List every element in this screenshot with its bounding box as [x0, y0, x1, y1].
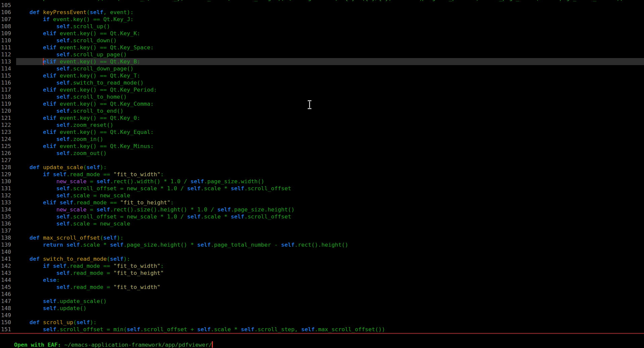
- line-number: 116: [0, 79, 16, 86]
- line-number: 112: [0, 51, 16, 58]
- code-line[interactable]: 126 self.zoom_out(): [0, 150, 644, 157]
- code-line[interactable]: 134 new_scale = self.rect().size().heigh…: [0, 206, 644, 213]
- line-number: 129: [0, 171, 16, 178]
- line-number: 118: [0, 93, 16, 100]
- code-line[interactable]: 122 self.zoom_reset(): [0, 121, 644, 129]
- code-text: self.zoom_reset(): [16, 121, 644, 129]
- code-text: self.read_mode = "fit_to_height": [16, 269, 644, 277]
- code-text: elif event.key() == Qt.Key_T:: [16, 72, 644, 79]
- line-number: 108: [0, 23, 16, 30]
- line-number: 106: [0, 9, 16, 16]
- code-text: [16, 157, 644, 164]
- code-line[interactable]: 121 elif event.key() == Qt.Key_0:: [0, 114, 644, 121]
- code-line[interactable]: 105: [0, 2, 644, 9]
- minibuffer-input[interactable]: ~/emacs-application-framework/app/pdfvie…: [64, 342, 212, 348]
- code-text: self.scroll_up(): [16, 23, 644, 30]
- line-number: 120: [0, 107, 16, 114]
- line-number: 115: [0, 72, 16, 79]
- code-line[interactable]: 140: [0, 248, 644, 255]
- line-number: 133: [0, 199, 16, 206]
- line-number: 147: [0, 298, 16, 305]
- code-line[interactable]: 143 self.read_mode = "fit_to_height": [0, 269, 644, 277]
- code-line[interactable]: 148 self.update(): [0, 305, 644, 312]
- code-line[interactable]: 123 elif event.key() == Qt.Key_Equal:: [0, 129, 644, 136]
- code-line[interactable]: 136 self.scale = new_scale: [0, 220, 644, 227]
- code-text: self.update_scale(): [16, 298, 644, 305]
- code-line[interactable]: 149: [0, 312, 644, 319]
- line-number: 114: [0, 65, 16, 72]
- code-text: elif event.key() == Qt.Key_Comma:: [16, 100, 644, 107]
- code-line[interactable]: 150 def scroll_up(self):: [0, 319, 644, 326]
- code-line[interactable]: 131 self.scroll_offset = new_scale * 1.0…: [0, 185, 644, 192]
- code-line[interactable]: 142 if self.read_mode == "fit_to_width":: [0, 262, 644, 269]
- code-line[interactable]: 132 self.scale = new_scale: [0, 192, 644, 199]
- code-text: self.read_mode = "fit_to_width": [16, 284, 644, 291]
- line-number: 131: [0, 185, 16, 192]
- line-number: 143: [0, 269, 16, 277]
- code-line[interactable]: 110 self.scroll_down(): [0, 37, 644, 44]
- code-line[interactable]: 116 self.switch_to_read_mode(): [0, 79, 644, 86]
- code-text: return self.scale * self.page_size.heigh…: [16, 241, 644, 248]
- line-number: 137: [0, 227, 16, 234]
- code-text: [16, 291, 644, 298]
- code-text: elif event.key() == Qt.Key_Period:: [16, 86, 644, 93]
- code-line[interactable]: 114 self.scroll_down_page(): [0, 65, 644, 72]
- code-line[interactable]: 147 self.update_scale(): [0, 298, 644, 305]
- code-text: [16, 248, 644, 255]
- code-line[interactable]: 112 self.scroll_up_page(): [0, 51, 644, 58]
- code-text: self.scroll_to_end(): [16, 107, 644, 114]
- code-text: elif self.read_mode == "fit_to_height":: [16, 199, 644, 206]
- code-line[interactable]: 118 self.scroll_to_home(): [0, 93, 644, 100]
- code-line[interactable]: 144 else:: [0, 277, 644, 284]
- code-line[interactable]: 137: [0, 227, 644, 234]
- code-line[interactable]: 139 return self.scale * self.page_size.h…: [0, 241, 644, 248]
- line-number: 130: [0, 178, 16, 185]
- code-text: self.zoom_in(): [16, 136, 644, 143]
- code-line[interactable]: 106 def keyPressEvent(self, event):: [0, 9, 644, 16]
- code-line[interactable]: 127: [0, 157, 644, 164]
- code-line[interactable]: 135 self.scroll_offset = new_scale * 1.0…: [0, 213, 644, 220]
- code-text: new_scale = self.rect().size().height() …: [16, 206, 644, 213]
- line-number: 150: [0, 319, 16, 326]
- code-text: elif event.key() == Qt.Key_K:: [16, 30, 644, 37]
- code-line[interactable]: 145 self.read_mode = "fit_to_width": [0, 284, 644, 291]
- code-line[interactable]: 141 def switch_to_read_mode(self):: [0, 255, 644, 262]
- code-line[interactable]: 130 new_scale = self.rect().width() * 1.…: [0, 178, 644, 185]
- code-line[interactable]: 128 def update_scale(self):: [0, 164, 644, 171]
- code-line[interactable]: 120 self.scroll_to_end(): [0, 107, 644, 114]
- code-text: [16, 227, 644, 234]
- code-line[interactable]: 115 elif event.key() == Qt.Key_T:: [0, 72, 644, 79]
- emacs-frame: painter.drawText(QRect(render_x, render_…: [0, 0, 644, 348]
- code-text: if event.key() == Qt.Key_J:: [16, 16, 644, 23]
- code-line[interactable]: 151 self.scroll_offset = min(self.scroll…: [0, 326, 644, 333]
- line-number: 136: [0, 220, 16, 227]
- code-line[interactable]: 108 self.scroll_up(): [0, 23, 644, 30]
- line-number: 144: [0, 277, 16, 284]
- code-line[interactable]: 133 elif self.read_mode == "fit_to_heigh…: [0, 199, 644, 206]
- code-line[interactable]: 125 elif event.key() == Qt.Key_Minus:: [0, 143, 644, 150]
- code-line[interactable]: 129 if self.read_mode == "fit_to_width":: [0, 171, 644, 178]
- line-number: 149: [0, 312, 16, 319]
- code-line[interactable]: 146: [0, 291, 644, 298]
- line-number: 142: [0, 262, 16, 269]
- code-line[interactable]: 109 elif event.key() == Qt.Key_K:: [0, 30, 644, 37]
- code-line[interactable]: 107 if event.key() == Qt.Key_J:: [0, 16, 644, 23]
- code-text: def switch_to_read_mode(self):: [16, 255, 644, 262]
- line-number: 126: [0, 150, 16, 157]
- code-line[interactable]: 117 elif event.key() == Qt.Key_Period:: [0, 86, 644, 93]
- code-line[interactable]: 113 elif event.key() == Qt.Key_B:: [0, 58, 644, 65]
- line-number: 125: [0, 143, 16, 150]
- line-number: 123: [0, 129, 16, 136]
- code-text: self.scroll_offset = new_scale * 1.0 / s…: [16, 213, 644, 220]
- code-line[interactable]: 138 def max_scroll_offset(self):: [0, 234, 644, 241]
- code-buffer[interactable]: painter.drawText(QRect(render_x, render_…: [0, 0, 644, 333]
- line-number: 140: [0, 248, 16, 255]
- line-number: 128: [0, 164, 16, 171]
- code-line[interactable]: 124 self.zoom_in(): [0, 136, 644, 143]
- code-text: elif event.key() == Qt.Key_B:: [16, 58, 644, 65]
- code-line[interactable]: 119 elif event.key() == Qt.Key_Comma:: [0, 100, 644, 107]
- code-text: self.scroll_down_page(): [16, 65, 644, 72]
- minibuffer[interactable]: Open with EAF: ~/emacs-application-frame…: [0, 334, 644, 342]
- code-text: self.scroll_up_page(): [16, 51, 644, 58]
- code-line[interactable]: 111 elif event.key() == Qt.Key_Space:: [0, 44, 644, 51]
